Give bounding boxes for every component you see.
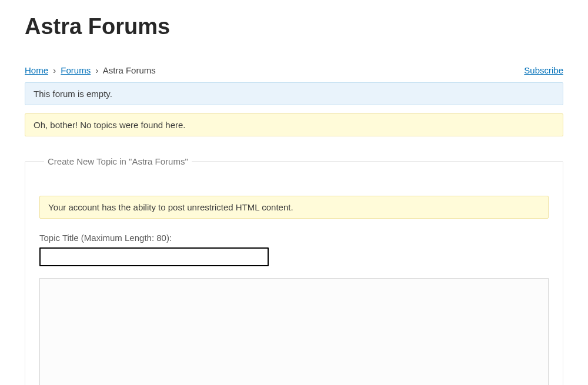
breadcrumb-separator: ›	[95, 65, 98, 75]
breadcrumb: Home › Forums › Astra Forums	[25, 65, 156, 75]
breadcrumb-forums-link[interactable]: Forums	[61, 65, 91, 75]
new-topic-fieldset: Create New Topic in "Astra Forums" Your …	[25, 156, 563, 385]
topbar: Home › Forums › Astra Forums Subscribe	[25, 65, 563, 75]
page-title: Astra Forums	[25, 14, 563, 39]
fieldset-legend: Create New Topic in "Astra Forums"	[44, 156, 192, 166]
topic-title-label: Topic Title (Maximum Length: 80):	[39, 233, 549, 243]
notice-forum-empty: This forum is empty.	[25, 82, 563, 105]
subscribe-link[interactable]: Subscribe	[524, 65, 563, 75]
breadcrumb-home-link[interactable]: Home	[25, 65, 48, 75]
breadcrumb-current: Astra Forums	[103, 65, 156, 75]
breadcrumb-separator: ›	[53, 65, 56, 75]
new-topic-form: Create New Topic in "Astra Forums" Your …	[25, 156, 563, 385]
topic-title-input[interactable]	[39, 247, 269, 266]
topic-content-editor[interactable]	[39, 278, 549, 385]
notice-html-capability: Your account has the ability to post unr…	[39, 196, 549, 219]
notice-no-topics: Oh, bother! No topics were found here.	[25, 113, 563, 136]
